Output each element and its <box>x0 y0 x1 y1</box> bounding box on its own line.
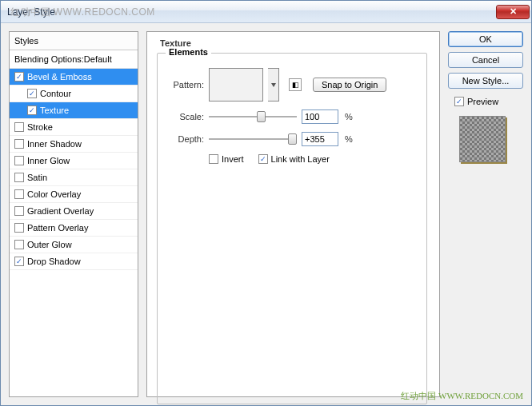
styles-panel: Styles Blending Options:Default ✓Bevel &… <box>9 31 138 397</box>
depth-slider[interactable] <box>209 133 297 145</box>
snap-to-origin-button[interactable]: Snap to Origin <box>313 78 386 92</box>
fieldset-legend: Elements <box>166 47 211 57</box>
style-row[interactable]: Outer Glow <box>10 237 138 253</box>
settings-panel: Texture Elements Pattern: ◧ Snap to Orig… <box>146 31 440 397</box>
dialog-body: Styles Blending Options:Default ✓Bevel &… <box>1 23 531 405</box>
pattern-dropdown[interactable] <box>268 68 279 102</box>
invert-label: Invert <box>222 154 244 164</box>
style-row[interactable]: Stroke <box>10 119 138 136</box>
style-label: Texture <box>40 105 69 115</box>
checkbox-icon <box>14 206 24 216</box>
style-label: Contour <box>40 89 71 98</box>
style-label: Gradient Overlay <box>27 206 94 216</box>
options-row: Invert ✓ Link with Layer <box>209 154 417 164</box>
checkbox-icon <box>14 156 24 165</box>
chevron-down-icon <box>271 83 276 87</box>
style-row[interactable]: ✓Contour <box>10 86 138 102</box>
scale-row: Scale: % <box>167 109 417 124</box>
style-label: Pattern Overlay <box>27 223 88 233</box>
style-row[interactable]: ✓Drop Shadow <box>10 253 138 270</box>
style-label: Stroke <box>27 122 53 132</box>
checkbox-icon <box>14 173 24 182</box>
layer-style-dialog: Layer Style 红动中国 WWW.REDOCN.COM ✕ Styles… <box>0 0 532 406</box>
checkbox-icon <box>14 240 24 249</box>
style-row[interactable]: Color Overlay <box>10 186 138 203</box>
preview-swatch <box>459 116 506 162</box>
depth-row: Depth: % <box>167 132 417 146</box>
depth-label: Depth: <box>167 134 204 144</box>
new-style-button[interactable]: New Style... <box>448 73 523 89</box>
close-icon: ✕ <box>510 6 517 17</box>
style-label: Color Overlay <box>27 189 81 199</box>
checkbox-icon <box>14 189 24 199</box>
cancel-button[interactable]: Cancel <box>448 52 523 68</box>
checkbox-icon: ✓ <box>14 72 24 82</box>
blending-options-row[interactable]: Blending Options:Default <box>10 50 138 69</box>
depth-input[interactable] <box>302 132 338 146</box>
style-row[interactable]: Satin <box>10 169 138 186</box>
checkbox-icon: ✓ <box>454 97 464 106</box>
invert-checkbox[interactable]: Invert <box>209 154 244 164</box>
right-buttons: OK Cancel New Style... ✓ Preview <box>448 31 523 397</box>
checkbox-icon <box>14 139 24 149</box>
checkbox-icon: ✓ <box>258 154 268 164</box>
window-title: Layer Style <box>7 6 55 18</box>
style-row[interactable]: Inner Glow <box>10 153 138 169</box>
preview-label: Preview <box>467 97 498 106</box>
style-row[interactable]: Gradient Overlay <box>10 203 138 220</box>
link-with-layer-checkbox[interactable]: ✓ Link with Layer <box>258 154 330 164</box>
style-row[interactable]: ✓Texture <box>10 102 138 119</box>
titlebar[interactable]: Layer Style 红动中国 WWW.REDOCN.COM ✕ <box>1 1 531 23</box>
styles-header[interactable]: Styles <box>10 32 138 50</box>
style-row[interactable]: ✓Bevel & Emboss <box>10 69 138 86</box>
scale-label: Scale: <box>167 112 204 121</box>
style-label: Outer Glow <box>27 240 72 249</box>
checkbox-icon: ✓ <box>14 257 24 266</box>
style-label: Inner Glow <box>27 156 70 165</box>
checkbox-icon: ✓ <box>27 89 37 98</box>
pattern-label: Pattern: <box>167 80 204 90</box>
checkbox-icon <box>14 223 24 233</box>
elements-fieldset: Elements Pattern: ◧ Snap to Origin Scale… <box>157 53 427 404</box>
ok-button[interactable]: OK <box>448 31 523 47</box>
scale-slider[interactable] <box>209 110 297 123</box>
style-row[interactable]: Inner Shadow <box>10 136 138 153</box>
new-preset-icon[interactable]: ◧ <box>289 78 302 91</box>
close-button[interactable]: ✕ <box>496 5 530 19</box>
style-label: Inner Shadow <box>27 139 82 149</box>
style-label: Bevel & Emboss <box>27 72 92 82</box>
checkbox-icon: ✓ <box>27 105 37 115</box>
style-label: Satin <box>27 173 47 182</box>
pattern-row: Pattern: ◧ Snap to Origin <box>167 68 417 102</box>
checkbox-icon <box>209 154 218 164</box>
checkbox-icon <box>14 122 24 132</box>
style-row[interactable]: Pattern Overlay <box>10 220 138 237</box>
pattern-swatch[interactable] <box>209 68 263 102</box>
preview-checkbox[interactable]: ✓ Preview <box>454 97 523 106</box>
link-label: Link with Layer <box>271 154 330 164</box>
percent-label: % <box>345 134 353 144</box>
style-label: Drop Shadow <box>27 257 81 266</box>
scale-input[interactable] <box>302 109 338 124</box>
percent-label: % <box>345 112 353 121</box>
